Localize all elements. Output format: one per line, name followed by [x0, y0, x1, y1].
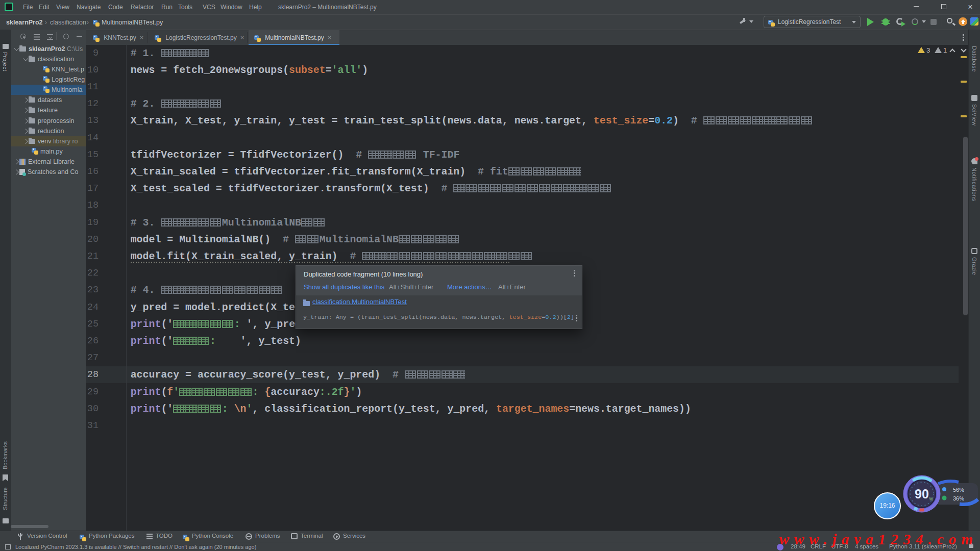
svg-text:%: % — [929, 496, 933, 502]
svg-text:36%: 36% — [953, 495, 964, 502]
svg-text:56%: 56% — [953, 487, 964, 493]
svg-text:90: 90 — [915, 487, 929, 501]
